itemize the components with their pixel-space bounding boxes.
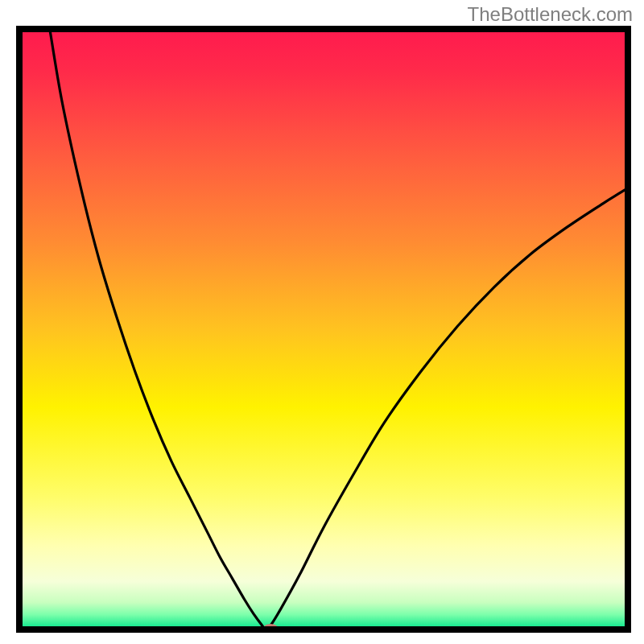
chart-svg [0, 0, 644, 644]
plot-background [19, 29, 628, 630]
watermark-text: TheBottleneck.com [468, 3, 633, 26]
bottleneck-chart: TheBottleneck.com [0, 0, 644, 644]
